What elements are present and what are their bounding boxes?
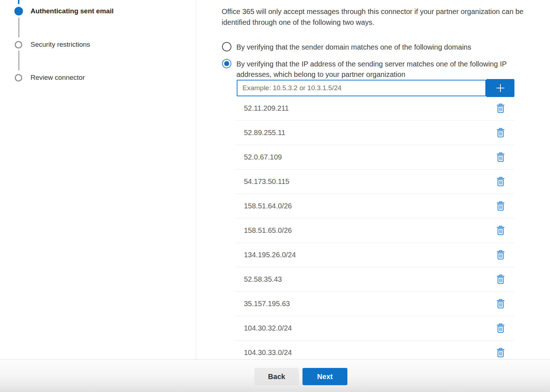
ip-address-value: 158.51.65.0/26: [244, 226, 292, 235]
upcoming-step-dot-icon: [15, 41, 22, 49]
active-step-dot-icon: [14, 7, 23, 15]
radio-unselected-icon[interactable]: [222, 42, 231, 51]
step-label: Review connector: [31, 74, 85, 82]
step-label: Security restrictions: [31, 41, 90, 49]
authentication-settings-panel: Office 365 will only accept messages thr…: [196, 0, 550, 359]
radio-option-label: By verifying that the IP address of the …: [236, 59, 530, 80]
delete-ip-button[interactable]: [496, 347, 505, 358]
trash-icon: [496, 152, 505, 162]
ip-address-value: 54.173.50.115: [244, 177, 289, 186]
trash-icon: [496, 177, 505, 186]
ip-address-value: 52.11.209.211: [244, 104, 289, 112]
wizard-steps-sidebar: Authenticating sent email Security restr…: [0, 0, 196, 359]
ip-list-row: 134.195.26.0/24: [235, 243, 514, 267]
ip-list-row: 52.89.255.11: [235, 121, 514, 145]
ip-list-row: 54.173.50.115: [235, 170, 514, 194]
trash-icon: [496, 348, 505, 358]
trash-icon: [496, 201, 505, 211]
ip-list-row: 52.11.209.211: [235, 96, 514, 121]
ip-address-value: 52.89.255.11: [244, 129, 285, 137]
ip-address-value: 158.51.64.0/26: [244, 202, 292, 210]
ip-list-row: 52.58.35.43: [235, 267, 514, 292]
delete-ip-button[interactable]: [496, 225, 505, 236]
ip-list: 52.11.209.211 52.89.255.11 52.0.67.109: [235, 96, 514, 359]
radio-option-label: By verifying that the sender domain matc…: [236, 42, 502, 52]
delete-ip-button[interactable]: [496, 201, 505, 212]
step-connector-completed: [18, 0, 19, 4]
delete-ip-button[interactable]: [496, 299, 505, 309]
upcoming-step-dot-icon: [15, 74, 22, 82]
ip-list-row: 35.157.195.63: [235, 292, 514, 316]
next-button[interactable]: Next: [302, 368, 347, 385]
ip-list-row: 104.30.33.0/24: [235, 341, 514, 359]
ip-address-value: 104.30.32.0/24: [244, 324, 292, 332]
delete-ip-button[interactable]: [496, 274, 505, 285]
delete-ip-button[interactable]: [496, 128, 505, 138]
trash-icon: [496, 226, 505, 235]
delete-ip-button[interactable]: [496, 103, 505, 114]
ip-list-row: 52.0.67.109: [235, 145, 514, 170]
step-connector: [18, 18, 19, 37]
ip-address-value: 52.58.35.43: [244, 275, 282, 283]
ip-address-value: 134.195.26.0/24: [244, 251, 296, 259]
delete-ip-button[interactable]: [496, 323, 505, 334]
trash-icon: [496, 275, 505, 284]
trash-icon: [496, 128, 505, 138]
page-description: Office 365 will only accept messages thr…: [222, 6, 549, 28]
step-connector: [18, 51, 19, 70]
ip-address-input[interactable]: [237, 80, 486, 96]
radio-option-sender-domain[interactable]: By verifying that the sender domain matc…: [222, 42, 502, 52]
radio-selected-icon[interactable]: [222, 59, 231, 68]
ip-list-row: 104.30.32.0/24: [235, 316, 514, 341]
ip-address-value: 52.0.67.109: [244, 153, 282, 161]
plus-icon: [495, 83, 505, 93]
radio-option-ip-address[interactable]: By verifying that the IP address of the …: [222, 59, 530, 80]
trash-icon: [496, 299, 505, 309]
delete-ip-button[interactable]: [496, 152, 505, 163]
delete-ip-button[interactable]: [496, 250, 505, 260]
ip-address-value: 35.157.195.63: [244, 300, 290, 308]
delete-ip-button[interactable]: [496, 176, 505, 187]
trash-icon: [496, 250, 505, 260]
ip-address-value: 104.30.33.0/24: [244, 349, 292, 357]
step-label: Authenticating sent email: [31, 7, 114, 15]
trash-icon: [496, 103, 505, 113]
ip-list-row: 158.51.64.0/26: [235, 194, 514, 218]
trash-icon: [496, 323, 505, 333]
step-review-connector[interactable]: Review connector: [15, 74, 85, 82]
step-authenticating-sent-email[interactable]: Authenticating sent email: [14, 7, 114, 15]
back-button[interactable]: Back: [254, 368, 299, 385]
ip-list-row: 158.51.65.0/26: [235, 218, 514, 243]
add-ip-button[interactable]: [486, 79, 514, 97]
step-security-restrictions[interactable]: Security restrictions: [15, 41, 90, 49]
